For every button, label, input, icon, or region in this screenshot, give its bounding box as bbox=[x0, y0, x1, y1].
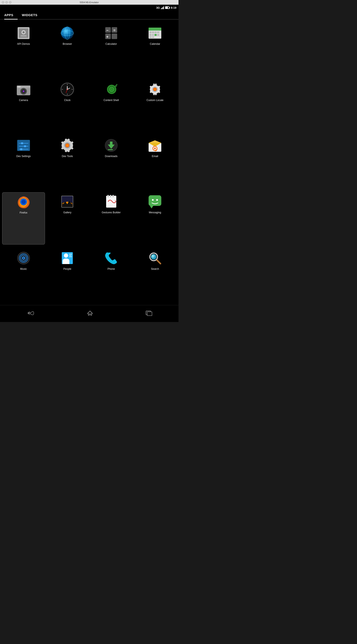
dev-settings-icon bbox=[16, 138, 31, 153]
app-item-browser[interactable]: Browser bbox=[46, 24, 89, 76]
gestures-builder-icon bbox=[104, 194, 119, 209]
svg-rect-19 bbox=[148, 30, 161, 30]
svg-point-98 bbox=[152, 199, 154, 201]
svg-rect-110 bbox=[69, 254, 72, 254]
svg-point-80 bbox=[154, 148, 156, 149]
svg-line-116 bbox=[157, 260, 160, 264]
clock-label: Clock bbox=[64, 99, 70, 102]
firefox-label: Firefox bbox=[20, 211, 28, 214]
svg-point-58 bbox=[116, 86, 116, 86]
app-item-clock[interactable]: Clock bbox=[46, 80, 89, 132]
dev-tools-label: Dev Tools bbox=[62, 155, 73, 158]
svg-point-115 bbox=[151, 254, 156, 260]
svg-point-36 bbox=[23, 90, 24, 92]
tab-widgets[interactable]: WIDGETS bbox=[22, 10, 42, 19]
music-icon bbox=[16, 250, 31, 266]
svg-point-49 bbox=[67, 89, 68, 90]
window-controls bbox=[2, 1, 12, 4]
clock-icon bbox=[60, 82, 75, 97]
music-label: Music bbox=[20, 268, 27, 271]
svg-rect-22 bbox=[154, 32, 157, 33]
app-item-custom-locale[interactable]: Custom Locale bbox=[134, 80, 176, 132]
tab-apps[interactable]: APPS bbox=[4, 10, 18, 20]
svg-point-59 bbox=[116, 84, 117, 85]
calculator-icon: − = + bbox=[104, 26, 119, 41]
svg-point-109 bbox=[64, 254, 68, 258]
svg-rect-23 bbox=[157, 32, 159, 33]
minimize-button[interactable] bbox=[5, 1, 8, 4]
app-item-dev-tools[interactable]: Dev Tools bbox=[46, 136, 89, 188]
app-item-downloads[interactable]: Downloads bbox=[90, 136, 133, 188]
svg-rect-92 bbox=[106, 196, 116, 208]
calculator-label: Calculator bbox=[106, 42, 117, 46]
search-label: Search bbox=[151, 268, 159, 271]
svg-rect-20 bbox=[150, 32, 152, 33]
search-icon bbox=[147, 250, 162, 266]
downloads-icon bbox=[104, 138, 119, 153]
back-button[interactable] bbox=[22, 308, 39, 320]
app-item-search[interactable]: Search bbox=[134, 249, 176, 301]
network-type: 3G bbox=[156, 6, 160, 9]
svg-rect-3 bbox=[20, 35, 26, 36]
svg-point-62 bbox=[154, 88, 156, 90]
app-item-calendar[interactable]: Calendar bbox=[134, 24, 176, 76]
recents-button[interactable] bbox=[141, 308, 157, 320]
svg-rect-94 bbox=[112, 195, 114, 198]
app-item-camera[interactable]: Camera bbox=[2, 80, 45, 132]
battery-fill bbox=[166, 7, 168, 8]
close-button[interactable] bbox=[2, 1, 4, 4]
status-bar: 3G 8:19 bbox=[0, 5, 178, 10]
people-label: People bbox=[64, 268, 71, 271]
app-item-firefox[interactable]: Firefox bbox=[2, 192, 45, 245]
app-item-messaging[interactable]: Messaging bbox=[134, 192, 176, 245]
tab-bar: APPS WIDGETS bbox=[0, 10, 178, 20]
gestures-builder-label: Gestures Builder bbox=[102, 211, 120, 214]
email-icon bbox=[147, 138, 162, 153]
clock-display: 8:19 bbox=[171, 6, 176, 9]
title-bar: 5554:N5-Emulator bbox=[0, 0, 178, 5]
svg-rect-21 bbox=[152, 32, 154, 33]
svg-rect-111 bbox=[69, 255, 72, 256]
api-demos-icon bbox=[16, 26, 31, 41]
camera-label: Camera bbox=[19, 99, 28, 102]
calendar-icon bbox=[147, 26, 162, 41]
dev-tools-icon bbox=[60, 138, 75, 153]
app-item-gestures-builder[interactable]: Gestures Builder bbox=[90, 192, 133, 245]
dev-settings-label: Dev Settings bbox=[16, 155, 31, 158]
svg-rect-13 bbox=[112, 34, 117, 39]
svg-rect-29 bbox=[152, 36, 154, 38]
svg-point-84 bbox=[22, 200, 26, 204]
app-item-phone[interactable]: Phone bbox=[90, 249, 133, 301]
window-title: 5554:N5-Emulator bbox=[80, 1, 99, 4]
svg-rect-119 bbox=[147, 312, 152, 316]
maximize-button[interactable] bbox=[9, 1, 12, 4]
svg-point-73 bbox=[66, 144, 68, 146]
gallery-icon bbox=[60, 194, 75, 209]
app-item-people[interactable]: People bbox=[46, 249, 89, 301]
svg-rect-28 bbox=[150, 36, 152, 38]
content-shell-label: Content Shell bbox=[104, 99, 119, 102]
app-item-gallery[interactable]: Gallery bbox=[46, 192, 89, 245]
home-button[interactable] bbox=[82, 308, 98, 320]
downloads-label: Downloads bbox=[105, 155, 117, 158]
svg-marker-97 bbox=[150, 206, 153, 208]
app-item-dev-settings[interactable]: Dev Settings bbox=[2, 136, 45, 188]
svg-point-4 bbox=[22, 31, 24, 33]
api-demos-label: API Demos bbox=[17, 42, 30, 46]
app-item-email[interactable]: Email bbox=[134, 136, 176, 188]
app-item-content-shell[interactable]: Content Shell bbox=[90, 80, 133, 132]
people-icon bbox=[60, 250, 75, 266]
app-item-api-demos[interactable]: API Demos bbox=[2, 24, 45, 76]
svg-point-107 bbox=[23, 258, 24, 258]
app-item-calculator[interactable]: − = + Calculator bbox=[90, 24, 133, 76]
gallery-label: Gallery bbox=[63, 211, 71, 214]
app-item-music[interactable]: Music bbox=[2, 249, 45, 301]
svg-point-54 bbox=[111, 89, 112, 90]
svg-rect-26 bbox=[154, 34, 157, 36]
svg-rect-70 bbox=[20, 148, 22, 150]
svg-rect-96 bbox=[148, 195, 161, 206]
svg-rect-112 bbox=[69, 256, 72, 257]
browser-icon bbox=[60, 26, 75, 41]
messaging-label: Messaging bbox=[149, 211, 161, 214]
messaging-icon bbox=[147, 194, 162, 209]
